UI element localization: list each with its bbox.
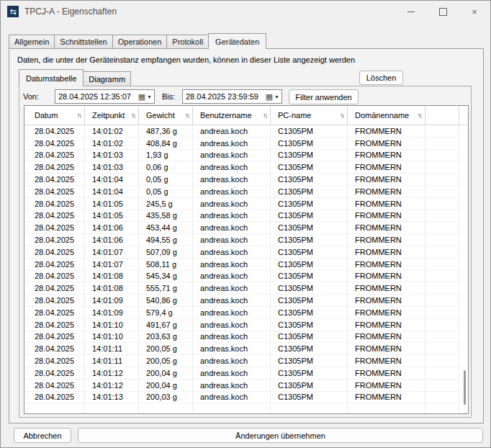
table-row[interactable]: 28.04.2025 14:01:10 491,67 g andreas.koc… (24, 319, 468, 331)
cell-benutzername: andreas.koch (193, 234, 271, 246)
table-row[interactable]: 28.04.2025 14:01:10 203,63 g andreas.koc… (24, 331, 468, 344)
cell-pc-name: C1305PM (271, 161, 348, 174)
cell-zeitpunkt: 14:01:08 (85, 282, 139, 295)
cell-datum: 28.04.2025 (24, 343, 85, 355)
table-row[interactable]: 28.04.2025 14:01:02 487,36 g andreas.koc… (24, 125, 468, 138)
cell-pc-name: C1305PM (271, 331, 348, 344)
cell-zeitpunkt: 14:01:12 (85, 380, 139, 392)
sort-icon[interactable]: ↑↓ (130, 112, 135, 119)
table-row[interactable]: 28.04.2025 14:01:09 579,4 g andreas.koch… (24, 307, 468, 319)
table-row[interactable]: 28.04.2025 14:01:06 453,44 g andreas.koc… (24, 222, 468, 234)
table-row[interactable]: 28.04.2025 14:01:05 245,5 g andreas.koch… (24, 198, 468, 210)
minimize-button[interactable] (395, 1, 427, 22)
cell-datum: 28.04.2025 (24, 161, 85, 174)
cell-gewicht: 200,04 g (139, 367, 193, 380)
tab-allgemein[interactable]: Allgemein (9, 35, 55, 48)
table-row[interactable]: 28.04.2025 14:01:03 1,93 g andreas.koch … (24, 150, 468, 162)
cell-domaenenname: FROMMERN (348, 295, 425, 307)
cell-filler (425, 380, 459, 392)
table-row[interactable]: 28.04.2025 14:01:09 540,86 g andreas.koc… (24, 295, 468, 307)
table-row[interactable]: 28.04.2025 14:01:07 507,09 g andreas.koc… (24, 246, 468, 259)
dropdown-arrow-icon[interactable]: ▼ (147, 94, 152, 99)
von-datetime-input[interactable]: 28.04.2025 12:35:07 ▦ ▼ (55, 89, 155, 104)
cell-pc-name: C1305PM (271, 125, 348, 138)
cell-zeitpunkt: 14:01:04 (85, 174, 139, 186)
table-row[interactable]: 28.04.2025 14:01:08 555,71 g andreas.koc… (24, 282, 468, 295)
dropdown-arrow-icon[interactable]: ▼ (274, 94, 279, 99)
cell-benutzername: andreas.koch (193, 174, 271, 186)
cell-filler (425, 125, 459, 138)
window-controls: × (395, 1, 490, 22)
cell-datum: 28.04.2025 (24, 234, 85, 246)
cell-pc-name: C1305PM (271, 392, 348, 404)
cell-benutzername: andreas.koch (193, 355, 271, 367)
cell-pc-name: C1305PM (271, 198, 348, 210)
tab-operationen[interactable]: Operationen (112, 35, 168, 48)
cell-gewicht: 0,06 g (139, 161, 193, 174)
tab-geraetedaten[interactable]: Gerätedaten (208, 33, 266, 49)
column-header-domaenenname[interactable]: Domänenname ↑↓ (348, 106, 425, 125)
abbrechen-button[interactable]: Abbrechen (14, 428, 71, 443)
sort-icon[interactable]: ↑↓ (76, 112, 81, 119)
maximize-button[interactable] (427, 1, 459, 22)
table-row[interactable]: 28.04.2025 14:01:11 200,05 g andreas.koc… (24, 355, 468, 367)
column-header-gewicht[interactable]: Gewicht ↑↓ (139, 106, 193, 125)
cell-benutzername: andreas.koch (193, 210, 271, 223)
cell-domaenenname: FROMMERN (348, 271, 425, 283)
cell-pc-name: C1305PM (271, 246, 348, 259)
table-row[interactable]: 28.04.2025 14:01:11 200,05 g andreas.koc… (24, 343, 468, 355)
table-row[interactable]: 28.04.2025 14:01:04 0,05 g andreas.koch … (24, 174, 468, 186)
cell-domaenenname: FROMMERN (348, 246, 425, 259)
cell-zeitpunkt: 14:01:13 (85, 392, 139, 404)
cell-gewicht: 1,93 g (139, 150, 193, 162)
cell-gewicht: 200,05 g (139, 343, 193, 355)
cell-datum: 28.04.2025 (24, 138, 85, 150)
cell-domaenenname: FROMMERN (348, 125, 425, 138)
sort-icon[interactable]: ↑↓ (261, 112, 266, 119)
table-row[interactable]: 28.04.2025 14:01:12 200,04 g andreas.koc… (24, 367, 468, 380)
cell-benutzername: andreas.koch (193, 319, 271, 331)
table-row[interactable]: 28.04.2025 14:01:08 545,34 g andreas.koc… (24, 271, 468, 283)
cell-datum: 28.04.2025 (24, 150, 85, 162)
vertical-scrollbar-thumb[interactable] (464, 370, 466, 405)
cell-zeitpunkt: 14:01:11 (85, 355, 139, 367)
subtab-diagramm[interactable]: Diagramm (83, 71, 131, 86)
cell-pc-name: C1305PM (271, 234, 348, 246)
subtab-datumstabelle[interactable]: Datumstabelle (19, 69, 84, 86)
table-row[interactable]: 28.04.2025 14:01:02 408,84 g andreas.koc… (24, 138, 468, 150)
aenderungen-uebernehmen-button[interactable]: Änderungen übernehmen (78, 428, 483, 443)
cell-benutzername: andreas.koch (193, 343, 271, 355)
column-header-filler (425, 106, 459, 125)
sort-icon[interactable]: ↑↓ (338, 112, 343, 119)
table-row[interactable]: 28.04.2025 14:01:07 508,11 g andreas.koc… (24, 259, 468, 271)
table-row[interactable]: 28.04.2025 14:01:04 0,05 g andreas.koch … (24, 186, 468, 198)
cell-filler (425, 282, 459, 295)
table-row[interactable]: 28.04.2025 14:01:12 200,04 g andreas.koc… (24, 380, 468, 392)
table-row[interactable]: 28.04.2025 14:01:05 435,58 g andreas.koc… (24, 210, 468, 223)
cell-benutzername: andreas.koch (193, 331, 271, 344)
tab-protokoll[interactable]: Protokoll (166, 35, 209, 48)
column-header-datum[interactable]: Datum ↑↓ (24, 106, 85, 125)
cell-pc-name: C1305PM (271, 282, 348, 295)
column-label: Benutzername (200, 111, 252, 120)
close-button[interactable]: × (459, 1, 490, 22)
cell-pc-name: C1305PM (271, 150, 348, 162)
column-header-zeitpunkt[interactable]: Zeitpunkt ↑↓ (85, 106, 139, 125)
calendar-icon: ▦ (266, 93, 273, 101)
cell-datum: 28.04.2025 (24, 367, 85, 380)
tab-schnittstellen[interactable]: Schnittstellen (54, 35, 112, 48)
cell-gewicht: 579,4 g (139, 307, 193, 319)
table-row[interactable]: 28.04.2025 14:01:03 0,06 g andreas.koch … (24, 161, 468, 174)
sort-icon[interactable]: ↑↓ (184, 112, 189, 119)
cell-pc-name: C1305PM (271, 367, 348, 380)
sort-icon[interactable]: ↑↓ (416, 112, 421, 119)
loeschen-button[interactable]: Löschen (359, 71, 403, 85)
table-row[interactable]: 28.04.2025 14:01:06 494,55 g andreas.koc… (24, 234, 468, 246)
bis-datetime-input[interactable]: 28.04.2025 23:59:59 ▦ ▼ (182, 89, 282, 104)
column-header-benutzername[interactable]: Benutzername ↑↓ (193, 106, 271, 125)
filter-anwenden-button[interactable]: Filter anwenden (289, 89, 359, 104)
table-row[interactable]: 28.04.2025 14:01:13 200,03 g andreas.koc… (24, 392, 468, 404)
cell-datum: 28.04.2025 (24, 198, 85, 210)
cell-pc-name: C1305PM (271, 295, 348, 307)
column-header-pc-name[interactable]: PC-name ↑↓ (271, 106, 348, 125)
